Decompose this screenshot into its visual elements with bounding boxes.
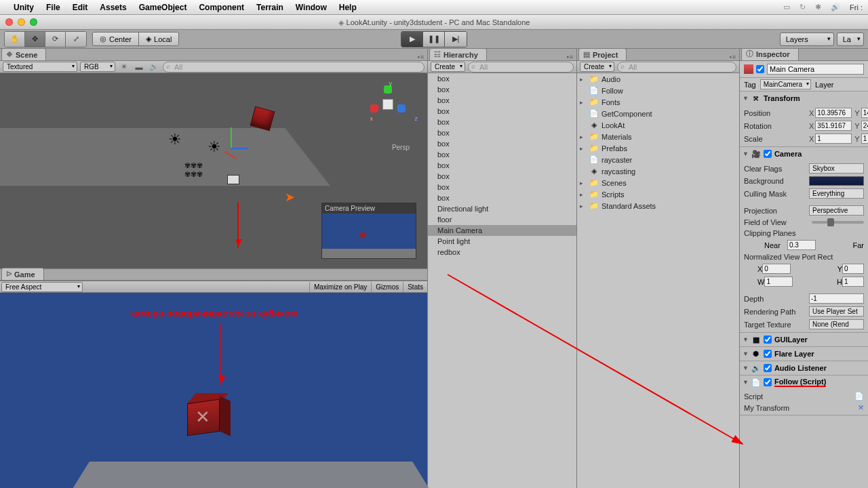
nvpr-h[interactable] bbox=[842, 277, 864, 287]
hierarchy-item[interactable]: redbox bbox=[428, 247, 576, 258]
display-icon[interactable]: ▭ bbox=[783, 3, 790, 12]
point-light-gizmo[interactable]: ☀ bbox=[208, 138, 221, 156]
project-item[interactable]: 📄raycaster bbox=[577, 154, 739, 165]
hierarchy-item[interactable]: box bbox=[428, 84, 576, 95]
menu-window[interactable]: Window bbox=[296, 3, 327, 12]
project-item[interactable]: ◈raycasting bbox=[577, 165, 739, 177]
project-item[interactable]: ◈LookAt bbox=[577, 119, 739, 131]
near-field[interactable] bbox=[787, 240, 816, 250]
hierarchy-item[interactable]: box bbox=[428, 192, 576, 203]
scene-skybox-toggle[interactable]: ▬ bbox=[133, 63, 145, 71]
scene-audio-toggle[interactable]: 🔊 bbox=[148, 62, 160, 71]
scale-y[interactable] bbox=[861, 134, 868, 144]
position-y[interactable] bbox=[861, 108, 868, 118]
directional-light-gizmo[interactable]: ☀ bbox=[168, 131, 182, 148]
game-tab[interactable]: ᐅGame bbox=[1, 268, 44, 280]
hierarchy-item[interactable]: Main Camera bbox=[428, 225, 576, 236]
nvpr-x[interactable] bbox=[762, 264, 791, 274]
foldout-icon[interactable]: ▼ bbox=[743, 379, 749, 386]
hierarchy-tab[interactable]: ☷Hierarchy bbox=[429, 48, 487, 60]
hierarchy-item[interactable]: box bbox=[428, 149, 576, 160]
particle-gizmo[interactable]: ✾✾✾✾✾✾ bbox=[184, 161, 218, 179]
gameobject-active-checkbox[interactable] bbox=[756, 65, 764, 73]
scene-search[interactable]: All bbox=[163, 62, 425, 73]
project-item[interactable]: 📄Follow bbox=[577, 85, 739, 96]
background-color[interactable] bbox=[809, 176, 864, 186]
project-item[interactable]: ▸📁Scripts bbox=[577, 188, 739, 200]
project-item[interactable]: ▸📁Standard Assets bbox=[577, 200, 739, 211]
hierarchy-search[interactable]: All bbox=[468, 62, 574, 73]
hierarchy-item[interactable]: box bbox=[428, 95, 576, 106]
hierarchy-item[interactable]: box bbox=[428, 73, 576, 84]
step-button[interactable]: ▶| bbox=[445, 32, 467, 47]
tag-dropdown[interactable]: MainCamera bbox=[760, 79, 811, 89]
foldout-icon[interactable]: ▸ bbox=[580, 203, 587, 209]
camera-enabled-checkbox[interactable] bbox=[764, 150, 772, 158]
depth-field[interactable] bbox=[809, 293, 864, 304]
hierarchy-item[interactable]: box bbox=[428, 106, 576, 117]
layout-dropdown[interactable]: La bbox=[837, 33, 864, 46]
hierarchy-item[interactable]: box bbox=[428, 138, 576, 149]
hierarchy-list[interactable]: boxboxboxboxboxboxboxboxboxboxboxboxDire… bbox=[428, 73, 576, 488]
transform-ref-icon[interactable]: ⤧ bbox=[858, 403, 864, 412]
hierarchy-panel-options[interactable]: ▪≡ bbox=[567, 54, 574, 60]
layers-dropdown[interactable]: Layers bbox=[780, 33, 834, 46]
flare-enabled[interactable] bbox=[764, 350, 772, 358]
scene-light-toggle[interactable]: ☀ bbox=[118, 62, 130, 71]
camera-gizmo[interactable] bbox=[227, 175, 239, 184]
menu-assets[interactable]: Assets bbox=[100, 3, 126, 12]
stats-toggle[interactable]: Stats bbox=[403, 282, 427, 292]
rotate-tool[interactable]: ⟳ bbox=[45, 32, 66, 47]
hierarchy-item[interactable]: Point light bbox=[428, 236, 576, 247]
scene-rendermode-dropdown[interactable]: RGB bbox=[80, 62, 115, 72]
hierarchy-create-dropdown[interactable]: Create bbox=[431, 62, 465, 72]
culling-dropdown[interactable]: Everything bbox=[809, 188, 864, 199]
timemachine-icon[interactable]: ↻ bbox=[800, 3, 806, 12]
scale-tool[interactable]: ⤢ bbox=[66, 32, 86, 47]
move-tool[interactable]: ✥ bbox=[25, 32, 45, 47]
foldout-icon[interactable]: ▼ bbox=[743, 350, 749, 357]
pivot-center[interactable]: ◎Center bbox=[93, 33, 139, 45]
hierarchy-item[interactable]: Directional light bbox=[428, 203, 576, 214]
project-search[interactable]: All bbox=[617, 62, 736, 73]
foldout-icon[interactable]: ▸ bbox=[580, 191, 587, 198]
rotation-y[interactable] bbox=[861, 121, 868, 131]
foldout-icon[interactable]: ▼ bbox=[743, 336, 749, 343]
hierarchy-item[interactable]: box bbox=[428, 171, 576, 182]
gizmo-x-axis[interactable] bbox=[231, 148, 248, 149]
inspector-tab[interactable]: ⓘInspector bbox=[741, 49, 799, 60]
foldout-icon[interactable]: ▼ bbox=[743, 365, 749, 371]
target-tex-field[interactable]: None (Rend bbox=[809, 319, 864, 329]
scale-x[interactable] bbox=[815, 134, 852, 144]
persp-label[interactable]: Persp bbox=[392, 144, 410, 151]
scene-tab[interactable]: ❖Scene bbox=[1, 48, 46, 60]
foldout-icon[interactable]: ▸ bbox=[580, 134, 587, 140]
play-button[interactable]: ▶ bbox=[401, 32, 423, 47]
audio-enabled[interactable] bbox=[764, 364, 772, 372]
gameobject-icon[interactable] bbox=[744, 64, 753, 74]
render-path-dropdown[interactable]: Use Player Set bbox=[809, 306, 864, 317]
script-ref-icon[interactable]: 📄 bbox=[854, 392, 864, 401]
project-panel-options[interactable]: ▪≡ bbox=[730, 54, 736, 60]
projection-dropdown[interactable]: Perspective bbox=[809, 205, 864, 216]
foldout-icon[interactable]: ▼ bbox=[743, 95, 749, 102]
project-tab[interactable]: ▤Project bbox=[578, 48, 627, 60]
hierarchy-item[interactable]: box bbox=[428, 182, 576, 192]
follow-enabled[interactable] bbox=[764, 378, 772, 386]
scene-orientation-gizmo[interactable] bbox=[368, 84, 408, 125]
project-item[interactable]: ▸📁Prefabs bbox=[577, 142, 739, 154]
foldout-icon[interactable]: ▸ bbox=[580, 76, 587, 83]
menubar-clock[interactable]: Fri : bbox=[850, 3, 863, 12]
gizmo-y-axis[interactable] bbox=[231, 127, 232, 148]
project-create-dropdown[interactable]: Create bbox=[580, 62, 614, 72]
gizmos-toggle[interactable]: Gizmos bbox=[371, 282, 403, 292]
menu-component[interactable]: Component bbox=[199, 3, 244, 12]
scene-panel-options[interactable]: ▪≡ bbox=[418, 54, 425, 60]
guilayer-enabled[interactable] bbox=[764, 336, 772, 344]
hierarchy-item[interactable]: box bbox=[428, 160, 576, 171]
position-x[interactable] bbox=[815, 108, 852, 118]
maximize-on-play[interactable]: Maximize on Play bbox=[309, 282, 371, 292]
bluetooth-icon[interactable]: ✱ bbox=[815, 3, 821, 12]
project-item[interactable]: ▸📁Scenes bbox=[577, 177, 739, 188]
pause-button[interactable]: ❚❚ bbox=[423, 32, 445, 47]
